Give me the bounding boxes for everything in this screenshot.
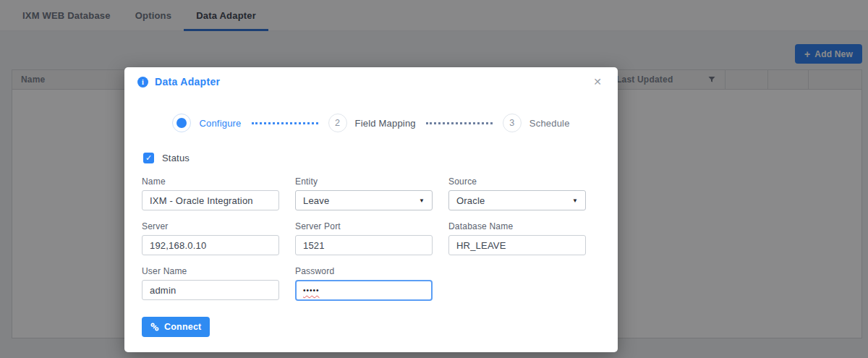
entity-select[interactable]: Leave ▼ — [295, 190, 433, 210]
step-configure[interactable]: Configure — [172, 114, 241, 132]
step-1-circle — [172, 114, 191, 132]
database-name-input[interactable] — [448, 235, 586, 255]
chevron-down-icon: ▼ — [572, 197, 578, 204]
server-port-label: Server Port — [295, 221, 433, 231]
server-port-input[interactable] — [295, 235, 433, 255]
entity-field-group: Entity Leave ▼ — [295, 176, 433, 210]
modal-title: Data Adapter — [155, 76, 220, 88]
info-icon: i — [137, 77, 148, 88]
password-input[interactable]: ••••• — [295, 280, 433, 301]
user-name-field-group: User Name — [142, 266, 279, 301]
server-field-group: Server — [142, 221, 279, 255]
adapter-form: Name Entity Leave ▼ Source Oracle ▼ — [142, 176, 600, 301]
modal-body: ✓ Status Name Entity Leave ▼ Source — [124, 153, 618, 337]
connect-label: Connect — [164, 322, 201, 332]
source-field-group: Source Oracle ▼ — [448, 176, 586, 210]
close-icon[interactable]: ✕ — [590, 74, 605, 90]
database-name-label: Database Name — [448, 221, 586, 231]
step-schedule[interactable]: 3 Schedule — [503, 114, 570, 132]
name-field-group: Name — [142, 176, 279, 210]
entity-label: Entity — [295, 176, 433, 187]
step-field-mapping[interactable]: 2 Field Mapping — [328, 114, 416, 132]
password-masked-value: ••••• — [303, 286, 320, 294]
status-checkbox[interactable]: ✓ — [143, 153, 154, 163]
data-adapter-modal: i Data Adapter ✕ Configure 2 Field Mappi… — [124, 67, 618, 352]
step-connector-2 — [426, 122, 493, 124]
name-label: Name — [142, 176, 279, 187]
server-label: Server — [142, 221, 279, 231]
link-icon — [150, 323, 159, 331]
page: IXM WEB Database Options Data Adapter + … — [0, 0, 868, 358]
user-name-input[interactable] — [142, 280, 279, 300]
status-label: Status — [162, 153, 190, 163]
server-port-field-group: Server Port — [295, 221, 433, 255]
step-3-label: Schedule — [529, 118, 570, 129]
database-name-field-group: Database Name — [448, 221, 586, 255]
step-3-circle: 3 — [503, 114, 522, 132]
name-input[interactable] — [142, 190, 279, 210]
source-select[interactable]: Oracle ▼ — [448, 190, 586, 210]
entity-selected-value: Leave — [303, 195, 329, 206]
connect-button[interactable]: Connect — [142, 317, 210, 337]
password-field-group: Password ••••• — [295, 266, 433, 301]
source-selected-value: Oracle — [456, 195, 485, 206]
step-connector-1 — [252, 122, 318, 124]
user-name-label: User Name — [142, 266, 279, 276]
wizard-steps: Configure 2 Field Mapping 3 Schedule — [124, 114, 618, 132]
step-2-label: Field Mapping — [355, 118, 416, 129]
source-label: Source — [448, 176, 586, 187]
server-input[interactable] — [142, 235, 279, 255]
modal-header: i Data Adapter ✕ — [124, 67, 618, 96]
step-1-active-dot — [176, 118, 187, 128]
password-label: Password — [295, 266, 433, 276]
step-1-label: Configure — [199, 118, 241, 129]
step-2-circle: 2 — [328, 114, 347, 132]
chevron-down-icon: ▼ — [419, 197, 425, 204]
status-row: ✓ Status — [143, 153, 600, 163]
form-spacer — [448, 266, 586, 301]
